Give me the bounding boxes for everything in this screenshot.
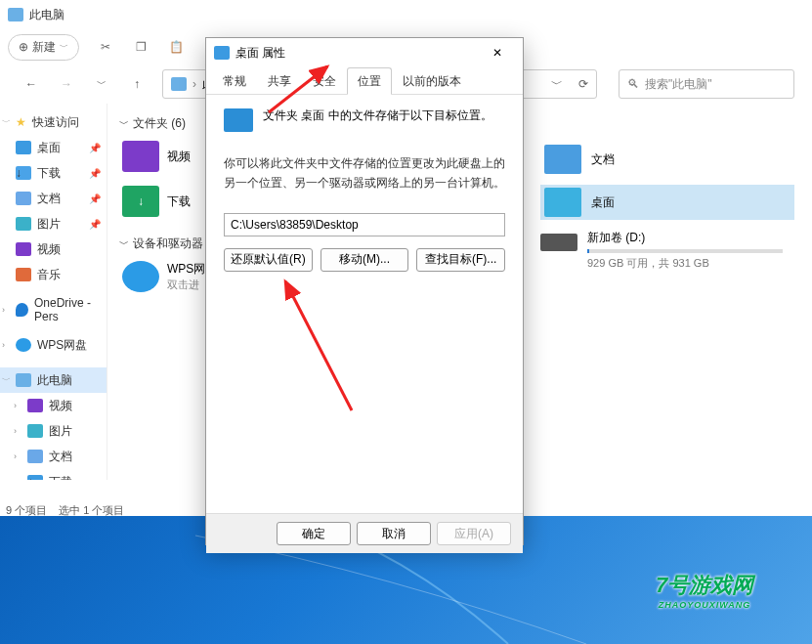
folder-desktop[interactable]: 桌面 bbox=[540, 185, 794, 220]
forward-button[interactable]: → bbox=[53, 70, 80, 98]
tab-previous[interactable]: 以前的版本 bbox=[392, 67, 472, 94]
watermark-logo: 7号游戏网 ZHAOYOUXIWANG bbox=[607, 556, 802, 624]
cut-icon[interactable]: ✂ bbox=[97, 38, 114, 56]
device-sublabel: 双击进 bbox=[167, 278, 205, 292]
chevron-right-icon: › bbox=[192, 77, 196, 91]
dialog-tabs: 常规 共享 安全 位置 以前的版本 bbox=[206, 67, 523, 95]
pin-icon: 📌 bbox=[89, 143, 101, 153]
sidebar-sub-pictures[interactable]: ›图片 bbox=[0, 418, 107, 444]
apply-button[interactable]: 应用(A) bbox=[437, 522, 511, 545]
sidebar-sub-downloads[interactable]: ›↓下载 bbox=[0, 469, 107, 480]
drive-usage-bar bbox=[587, 249, 783, 253]
search-placeholder: 搜索"此电脑" bbox=[645, 76, 712, 93]
onedrive-icon bbox=[16, 303, 28, 317]
find-target-button[interactable]: 查找目标(F)... bbox=[416, 248, 505, 272]
sidebar-label: WPS网盘 bbox=[37, 337, 87, 354]
sidebar-label: 桌面 bbox=[37, 140, 61, 156]
restore-default-button[interactable]: 还原默认值(R) bbox=[224, 248, 313, 272]
new-button[interactable]: ⊕ 新建 ﹀ bbox=[8, 34, 79, 61]
cancel-button[interactable]: 取消 bbox=[357, 522, 431, 545]
sidebar-sub-documents[interactable]: ›文档 bbox=[0, 444, 107, 469]
download-icon: ↓ bbox=[27, 475, 43, 480]
section-label: 文件夹 (6) bbox=[133, 115, 186, 132]
sidebar-onedrive[interactable]: ›OneDrive - Pers bbox=[0, 297, 107, 322]
properties-dialog: 桌面 属性 ✕ 常规 共享 安全 位置 以前的版本 文件夹 桌面 中的文件存储于… bbox=[205, 37, 524, 545]
video-icon bbox=[16, 242, 31, 256]
sidebar-sub-videos[interactable]: ›视频 bbox=[0, 393, 107, 418]
copy-icon[interactable]: ❐ bbox=[132, 38, 150, 56]
desktop-icon bbox=[214, 46, 230, 60]
folder-label: 下载 bbox=[167, 193, 191, 210]
back-button[interactable]: ← bbox=[18, 70, 45, 98]
pin-icon: 📌 bbox=[89, 219, 101, 230]
pc-icon bbox=[171, 77, 187, 91]
location-path-input[interactable] bbox=[224, 213, 505, 236]
right-column: 文档 桌面 新加卷 (D:) 929 GB 可用，共 931 GB bbox=[540, 142, 794, 271]
folder-label: 桌面 bbox=[591, 194, 615, 211]
folder-documents[interactable]: 文档 bbox=[540, 142, 794, 177]
pc-icon bbox=[8, 8, 23, 21]
sidebar-item-desktop[interactable]: 桌面📌 bbox=[0, 135, 107, 160]
sidebar-label: 下载 bbox=[37, 165, 61, 182]
sidebar: ﹀★快速访问 桌面📌 ↓下载📌 文档📌 图片📌 视频 音乐 ›OneDrive … bbox=[0, 104, 107, 480]
dialog-heading-text: 文件夹 桌面 中的文件存储于以下目标位置。 bbox=[263, 107, 492, 125]
pc-icon bbox=[16, 373, 31, 387]
sidebar-label: OneDrive - Pers bbox=[34, 296, 103, 323]
drive-sublabel: 929 GB 可用，共 931 GB bbox=[587, 256, 783, 271]
pin-icon: 📌 bbox=[89, 168, 101, 179]
sidebar-item-documents[interactable]: 文档📌 bbox=[0, 186, 107, 211]
pin-icon: 📌 bbox=[89, 193, 101, 204]
sidebar-item-pictures[interactable]: 图片📌 bbox=[0, 211, 107, 236]
search-input[interactable]: 🔍︎ 搜索"此电脑" bbox=[619, 69, 794, 99]
sidebar-label: 此电脑 bbox=[37, 372, 72, 389]
video-icon bbox=[27, 399, 43, 412]
music-icon bbox=[16, 268, 31, 281]
drive-icon bbox=[540, 234, 577, 251]
sidebar-item-downloads[interactable]: ↓下载📌 bbox=[0, 160, 107, 186]
new-button-label: 新建 bbox=[32, 39, 56, 56]
sidebar-label: 视频 bbox=[37, 241, 61, 258]
dialog-titlebar[interactable]: 桌面 属性 ✕ bbox=[206, 38, 523, 67]
sidebar-thispc[interactable]: ﹀此电脑 bbox=[0, 367, 107, 393]
chevron-down-icon: ﹀ bbox=[119, 237, 129, 251]
document-icon bbox=[544, 145, 581, 174]
dialog-description: 你可以将此文件夹中文件存储的位置更改为此硬盘上的另一个位置、另一个驱动器或网络上… bbox=[224, 153, 505, 193]
device-label: WPS网 bbox=[167, 261, 205, 278]
sidebar-label: 文档 bbox=[37, 191, 61, 207]
star-icon: ★ bbox=[16, 115, 26, 129]
sidebar-wps[interactable]: ›WPS网盘 bbox=[0, 332, 107, 358]
chevron-down-icon[interactable]: ﹀ bbox=[551, 76, 563, 93]
document-icon bbox=[27, 450, 43, 463]
folder-label: 文档 bbox=[591, 151, 615, 168]
ok-button[interactable]: 确定 bbox=[277, 522, 351, 545]
explorer-titlebar: 此电脑 bbox=[0, 0, 812, 29]
watermark-subtext: ZHAOYOUXIWANG bbox=[656, 600, 753, 610]
picture-icon bbox=[16, 217, 31, 231]
chevron-down-icon: ﹀ bbox=[60, 41, 68, 54]
tab-security[interactable]: 安全 bbox=[302, 67, 347, 94]
chevron-down-icon: ﹀ bbox=[119, 117, 129, 131]
wps-icon bbox=[122, 261, 159, 292]
sidebar-label: 图片 bbox=[49, 423, 72, 440]
paste-icon[interactable]: 📋 bbox=[167, 38, 185, 56]
sidebar-item-music[interactable]: 音乐 bbox=[0, 262, 107, 287]
drive-label: 新加卷 (D:) bbox=[587, 230, 783, 246]
dialog-title-text: 桌面 属性 bbox=[235, 45, 285, 62]
close-button[interactable]: ✕ bbox=[480, 39, 515, 66]
section-label: 设备和驱动器 bbox=[133, 236, 203, 252]
tab-location[interactable]: 位置 bbox=[347, 67, 392, 95]
sidebar-label: 快速访问 bbox=[32, 114, 79, 131]
refresh-icon[interactable]: ⟳ bbox=[578, 77, 588, 91]
chevron-down-icon[interactable]: ﹀ bbox=[88, 70, 115, 98]
drive-d[interactable]: 新加卷 (D:) 929 GB 可用，共 931 GB bbox=[540, 230, 794, 271]
sidebar-item-videos[interactable]: 视频 bbox=[0, 236, 107, 262]
explorer-title: 此电脑 bbox=[29, 7, 64, 23]
sidebar-quick-access[interactable]: ﹀★快速访问 bbox=[0, 109, 107, 135]
sidebar-label: 下载 bbox=[49, 474, 72, 481]
up-button[interactable]: ↑ bbox=[123, 70, 150, 98]
tab-general[interactable]: 常规 bbox=[212, 67, 257, 94]
tab-sharing[interactable]: 共享 bbox=[257, 67, 302, 94]
folder-label: 视频 bbox=[167, 149, 191, 165]
desktop-icon bbox=[16, 141, 31, 154]
move-button[interactable]: 移动(M)... bbox=[321, 248, 409, 272]
